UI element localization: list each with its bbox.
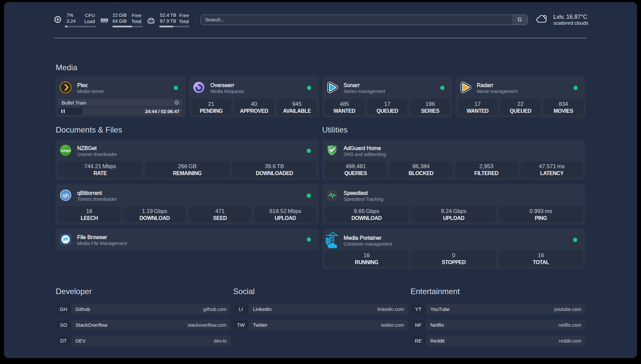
svg-text:qb: qb (63, 192, 69, 198)
svg-text:nzbget: nzbget (61, 149, 71, 152)
